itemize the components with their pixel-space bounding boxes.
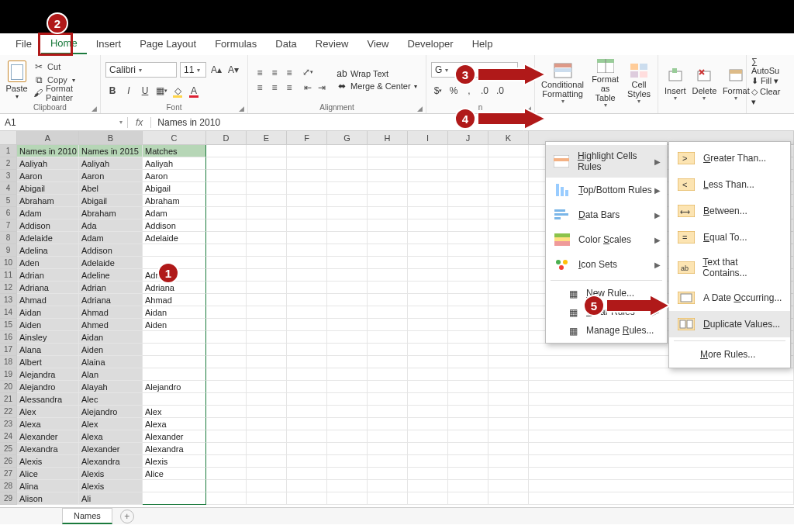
row-header[interactable]: 27 — [0, 468, 17, 480]
cell[interactable] — [368, 306, 408, 319]
cell[interactable]: Aidan — [143, 306, 206, 319]
cell[interactable]: Alexandra — [17, 443, 79, 455]
cell[interactable] — [247, 344, 287, 356]
cell[interactable] — [327, 492, 368, 505]
decrease-font-button[interactable]: A▾ — [226, 63, 240, 77]
cell[interactable] — [327, 170, 368, 182]
cell[interactable]: Alexandra — [79, 455, 143, 468]
cell[interactable] — [448, 170, 488, 182]
cell[interactable] — [488, 244, 529, 257]
row-header[interactable]: 23 — [0, 418, 17, 430]
cell[interactable]: Adeline — [79, 269, 143, 282]
row-header[interactable]: 26 — [0, 455, 17, 468]
cell[interactable] — [408, 418, 448, 430]
cell[interactable]: Ali — [79, 492, 143, 505]
cell[interactable] — [368, 170, 408, 182]
cell[interactable] — [287, 244, 327, 257]
less-than-item[interactable]: <Less Than... — [669, 171, 790, 198]
more-rules-item[interactable]: More Rules... — [669, 344, 790, 364]
cell[interactable] — [368, 207, 408, 219]
cell[interactable] — [408, 182, 448, 195]
cell[interactable] — [327, 430, 368, 443]
cell[interactable]: Aaron — [17, 170, 79, 182]
cell[interactable] — [247, 306, 287, 319]
cell[interactable]: Addison — [143, 219, 206, 232]
cell[interactable]: Abraham — [143, 195, 206, 207]
cell[interactable] — [448, 257, 488, 269]
cell[interactable] — [206, 244, 247, 257]
row-header[interactable]: 12 — [0, 282, 17, 294]
align-left-button[interactable]: ≡ — [253, 81, 267, 95]
cell[interactable]: Alejandro — [143, 381, 206, 393]
cell[interactable] — [327, 381, 368, 393]
cell[interactable] — [206, 393, 247, 406]
cell[interactable] — [368, 344, 408, 356]
cell[interactable]: Adam — [79, 232, 143, 244]
column-header-J[interactable]: J — [448, 131, 488, 144]
cell[interactable] — [448, 356, 488, 368]
cell[interactable] — [206, 257, 247, 269]
cell[interactable] — [287, 282, 327, 294]
cell[interactable] — [327, 282, 368, 294]
cell[interactable] — [206, 443, 247, 455]
cell[interactable] — [368, 232, 408, 244]
cell[interactable]: Abraham — [79, 207, 143, 219]
cell[interactable] — [448, 157, 488, 170]
sheet-tab-names[interactable]: Names — [62, 508, 112, 524]
cell[interactable] — [247, 455, 287, 468]
cell[interactable]: Alaina — [79, 356, 143, 368]
cell[interactable] — [488, 443, 529, 455]
top-bottom-rules-item[interactable]: Top/Bottom Rules▶ — [546, 178, 667, 202]
cell[interactable] — [206, 282, 247, 294]
cell[interactable]: Alina — [17, 480, 79, 492]
cell[interactable]: Alexa — [79, 430, 143, 443]
decrease-indent-button[interactable]: ⇤ — [301, 81, 315, 95]
cell[interactable]: Adrian — [79, 282, 143, 294]
duplicate-values-item[interactable]: Duplicate Values... — [669, 311, 790, 337]
tab-insert[interactable]: Insert — [87, 34, 131, 54]
cell[interactable] — [287, 145, 327, 157]
cell[interactable]: Adam — [143, 207, 206, 219]
cell[interactable]: Adelaide — [79, 257, 143, 269]
cell[interactable] — [247, 368, 287, 381]
cell[interactable] — [408, 269, 448, 282]
cell[interactable] — [247, 282, 287, 294]
tab-page-layout[interactable]: Page Layout — [130, 34, 205, 54]
cell[interactable] — [448, 219, 488, 232]
cell[interactable] — [448, 406, 488, 418]
cell[interactable] — [327, 480, 368, 492]
cell[interactable] — [488, 319, 529, 331]
cell[interactable]: Alice — [143, 468, 206, 480]
font-name-combo[interactable]: Calibri▾ — [105, 62, 177, 78]
cell[interactable] — [488, 331, 529, 344]
cell[interactable]: Alexander — [143, 430, 206, 443]
cell[interactable] — [448, 232, 488, 244]
cell[interactable] — [488, 282, 529, 294]
cell[interactable] — [206, 145, 247, 157]
cell[interactable]: Aden — [17, 257, 79, 269]
cell[interactable] — [206, 182, 247, 195]
cell[interactable] — [287, 170, 327, 182]
tab-developer[interactable]: Developer — [398, 34, 462, 54]
cell[interactable]: Adelina — [17, 244, 79, 257]
cell[interactable] — [368, 393, 408, 406]
cell[interactable] — [408, 232, 448, 244]
cell[interactable] — [327, 207, 368, 219]
fx-button[interactable]: fx — [128, 117, 151, 128]
cell[interactable] — [327, 195, 368, 207]
cell[interactable] — [488, 406, 529, 418]
cell[interactable] — [448, 418, 488, 430]
row-header[interactable]: 15 — [0, 319, 17, 331]
cell[interactable]: Ahmad — [79, 306, 143, 319]
cell[interactable] — [287, 468, 327, 480]
row-header[interactable]: 28 — [0, 480, 17, 492]
cell[interactable] — [408, 468, 448, 480]
cell[interactable] — [287, 368, 327, 381]
cell[interactable]: Ahmed — [79, 319, 143, 331]
cell[interactable] — [287, 356, 327, 368]
increase-indent-button[interactable]: ⇥ — [315, 81, 329, 95]
borders-button[interactable]: ▦▾ — [154, 84, 168, 98]
cell[interactable] — [327, 232, 368, 244]
cell[interactable]: Aidan — [79, 331, 143, 344]
cell[interactable] — [408, 356, 448, 368]
